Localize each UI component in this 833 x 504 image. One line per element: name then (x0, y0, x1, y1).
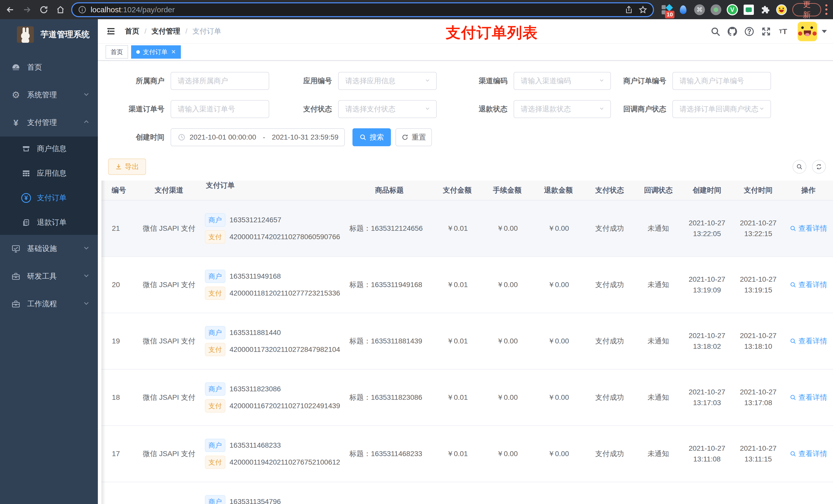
cell-amount: ￥0.01 (433, 426, 481, 482)
view-detail-link[interactable]: 查看详情 (784, 369, 833, 425)
address-bar[interactable]: localhost:1024/pay/order (71, 2, 654, 17)
yen-icon: ¥ (10, 118, 22, 127)
fullscreen-icon[interactable] (758, 26, 775, 37)
tab-home[interactable]: 首页 (105, 45, 128, 58)
browser-update-button[interactable]: 更新 (792, 3, 821, 16)
browser-menu-icon[interactable]: ••• (824, 3, 829, 16)
create-time-range-picker[interactable]: 2021-10-01 00:00:00 - 2021-10-31 23:59:5… (171, 128, 345, 146)
browser-reload-button[interactable] (37, 3, 50, 16)
extension-tabs-icon[interactable]: 10 (661, 4, 672, 15)
date-start-value[interactable]: 2021-10-01 00:00:00 (190, 133, 256, 141)
channel-code-select[interactable]: 请输入渠道编码 (514, 72, 611, 90)
merchant-input[interactable]: 请选择所属商户 (171, 72, 269, 90)
sidebar-collapse-icon[interactable] (105, 26, 116, 37)
sidebar-item-merchant-info[interactable]: 商户信息 (0, 137, 98, 161)
table-row[interactable]: 17 微信 JSAPI 支付 商户 1635311468233 支付 42000… (101, 426, 833, 482)
view-detail-link[interactable] (784, 482, 833, 504)
cell-create-time: 2021-10-2713:18:02 (681, 313, 733, 369)
merchant-order-no: 1635311468233 (230, 441, 281, 450)
url-text: localhost:1024/pay/order (91, 5, 619, 14)
github-icon[interactable] (724, 26, 741, 37)
help-icon[interactable] (741, 26, 758, 37)
view-detail-link[interactable]: 查看详情 (784, 257, 833, 313)
header-search-icon[interactable] (707, 26, 724, 37)
extension-chat-icon[interactable] (743, 4, 754, 15)
date-end-value[interactable]: 2021-10-31 23:59:59 (272, 133, 338, 141)
breadcrumb-pay[interactable]: 支付管理 (152, 26, 180, 36)
sidebar-item-infra[interactable]: 基础设施 (0, 235, 98, 263)
cell-title: 标题：1635311949168 (346, 257, 433, 313)
browser-back-button[interactable] (4, 3, 17, 16)
site-info-icon[interactable] (78, 5, 87, 14)
chevron-down-icon (424, 105, 431, 113)
merchant-order-no-input[interactable]: 请输入商户订单编号 (672, 72, 771, 90)
tags-view-bar: 首页 支付订单 ✕ (98, 44, 833, 61)
sidebar-item-workflow[interactable]: 工作流程 (0, 290, 98, 318)
briefcase-icon (10, 299, 22, 309)
app-logo-row[interactable]: 芋道管理系统 (0, 19, 98, 48)
app-select[interactable]: 请选择应用信息 (338, 72, 437, 90)
cell-title: 标题：1635311468233 (346, 426, 433, 482)
extension-balloon-icon[interactable] (677, 4, 689, 15)
font-size-icon[interactable]: TT (775, 27, 791, 36)
view-detail-link[interactable]: 查看详情 (784, 200, 833, 256)
avatar-caret-icon[interactable] (822, 30, 827, 33)
bookmark-star-icon[interactable] (639, 5, 647, 14)
cell-fee: ￥0.00 (481, 369, 533, 425)
tab-close-icon[interactable]: ✕ (171, 49, 176, 55)
sidebar-item-pay[interactable]: ¥ 支付管理 (0, 109, 98, 137)
browser-forward-button[interactable] (20, 3, 33, 16)
table-toolbar: 导出 (108, 159, 826, 175)
browser-profile-avatar[interactable] (776, 4, 787, 15)
sidebar-item-system[interactable]: ⚙ 系统管理 (0, 81, 98, 109)
view-detail-link[interactable]: 查看详情 (784, 426, 833, 482)
sidebar-item-pay-order[interactable]: ¥ 支付订单 (0, 186, 98, 210)
sidebar-item-home[interactable]: 首页 (0, 53, 98, 81)
sidebar-item-app-info[interactable]: 应用信息 (0, 161, 98, 186)
refund-status-select[interactable]: 请选择退款状态 (514, 100, 611, 118)
download-icon (115, 163, 122, 170)
pay-tag: 支付 (205, 287, 225, 300)
col-header-create-time: 创建时间 (681, 181, 733, 200)
reset-button[interactable]: 重置 (396, 128, 432, 146)
user-avatar[interactable] (798, 22, 817, 41)
merchant-tag: 商户 (205, 326, 225, 339)
extensions-puzzle-icon[interactable] (760, 4, 771, 15)
sidebar-item-dev-tools[interactable]: 研发工具 (0, 263, 98, 290)
browser-home-button[interactable] (54, 3, 67, 16)
extension-recorder-icon[interactable] (710, 4, 721, 15)
cell-id (101, 482, 133, 504)
merchant-tag: 商户 (205, 213, 225, 226)
search-button[interactable]: 搜索 (353, 128, 391, 146)
vue-devtools-icon[interactable]: V (727, 4, 738, 15)
grid-table-icon (21, 169, 32, 178)
share-icon[interactable] (625, 6, 633, 14)
extension-command-icon[interactable]: ⌘ (694, 4, 705, 15)
col-header-title: 商品标题 (346, 181, 433, 200)
cell-notify: 未通知 (635, 200, 681, 256)
tab-pay-order[interactable]: 支付订单 ✕ (131, 45, 181, 58)
sidebar-item-label: 支付订单 (37, 193, 67, 203)
channel-order-no-input[interactable]: 请输入渠道订单号 (171, 100, 269, 118)
refresh-icon (401, 134, 409, 141)
view-detail-link[interactable]: 查看详情 (784, 313, 833, 369)
table-row[interactable]: 18 微信 JSAPI 支付 商户 1635311823086 支付 42000… (101, 369, 833, 426)
table-row[interactable]: 19 微信 JSAPI 支付 商户 1635311881440 支付 42000… (101, 313, 833, 369)
pay-status-select[interactable]: 请选择支付状态 (338, 100, 437, 118)
breadcrumb-home[interactable]: 首页 (125, 26, 139, 36)
sidebar-item-refund-order[interactable]: 退款订单 (0, 210, 98, 235)
chevron-down-icon (599, 77, 605, 85)
table-row[interactable]: 20 微信 JSAPI 支付 商户 1635311949168 支付 42000… (101, 257, 833, 313)
search-icon (790, 394, 796, 401)
table-row[interactable]: 21 微信 JSAPI 支付 商户 1635312124657 支付 42000… (101, 200, 833, 257)
refresh-table-button[interactable] (812, 160, 826, 174)
toggle-search-button[interactable] (792, 160, 806, 174)
document-icon (21, 218, 32, 227)
cell-create-time: 2021-10-2713:17:03 (681, 369, 733, 425)
cell-id: 20 (101, 257, 133, 313)
notify-status-select[interactable]: 请选择订单回调商户状态 (672, 100, 771, 118)
export-button[interactable]: 导出 (108, 159, 146, 175)
cell-fee: ￥0.00 (481, 426, 533, 482)
cell-order: 商户 1635311823086 支付 42000011672021102710… (205, 369, 346, 425)
table-row[interactable]: 商户 1635311354796 支付 (101, 482, 833, 504)
